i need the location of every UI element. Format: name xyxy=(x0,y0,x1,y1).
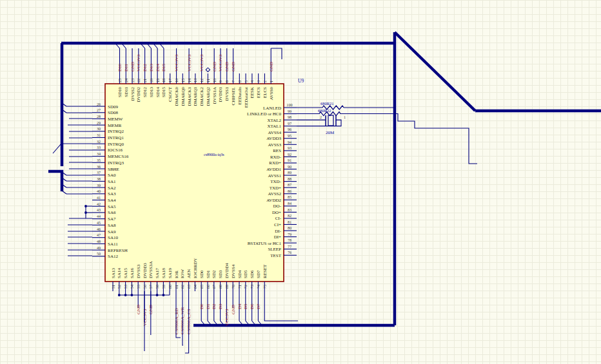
pin-name: SD2 xyxy=(212,270,217,278)
pin-number: 18 xyxy=(161,79,166,82)
pin-number: 92 xyxy=(288,152,291,157)
pin-name: DVDD1 xyxy=(218,87,223,102)
pin-number: 45 xyxy=(97,220,101,225)
pin-name: CI- xyxy=(275,216,282,221)
pin-number: 44 xyxy=(97,214,101,218)
pin-name: SD6 xyxy=(250,270,255,278)
pin-name: SA13 xyxy=(111,268,116,278)
pin-name: MEMW xyxy=(108,117,123,122)
net-label: D13 xyxy=(149,63,154,72)
pin-number: 34 xyxy=(97,151,101,156)
sa-bus xyxy=(48,171,62,191)
pin-number: 64 xyxy=(193,285,197,289)
wire xyxy=(53,144,92,153)
pin-number: 74 xyxy=(256,285,261,289)
pin-name: EEDataOut xyxy=(244,87,249,108)
junction-dot xyxy=(84,211,87,214)
net-label: D0 xyxy=(199,303,204,309)
pin-number: 60 xyxy=(168,285,172,289)
pin-number: 98 xyxy=(288,115,291,119)
pin-name: SD7 xyxy=(256,270,261,278)
net-label: D6 xyxy=(250,303,255,309)
pin-number: 84 xyxy=(288,201,291,206)
net-label: D14 xyxy=(155,63,161,72)
wire xyxy=(264,291,298,321)
pin-name: BSTATUS or HC1 xyxy=(248,241,282,246)
pin-name: SA10 xyxy=(108,235,118,240)
pin-number: 88 xyxy=(288,177,291,181)
pin-number: 80 xyxy=(288,225,291,230)
pin-number: 57 xyxy=(148,285,153,289)
crystal-pin: 1 xyxy=(344,115,346,119)
pin-name: DMARQ1 xyxy=(193,87,198,106)
pin-name: AVSS4 xyxy=(268,130,282,135)
pin-number: 52 xyxy=(117,285,121,289)
pin-name: MEMR xyxy=(108,123,122,128)
pin-number: 77 xyxy=(288,244,291,249)
pin-number: 22 xyxy=(136,79,141,82)
pin-name: DMARQ0 xyxy=(181,87,186,106)
pin-number: 70 xyxy=(231,285,235,289)
pin-number: 49 xyxy=(97,245,101,250)
pin-name: SA8 xyxy=(108,223,116,228)
pin-number: 58 xyxy=(155,285,159,289)
pin-name: SA14 xyxy=(117,268,122,278)
net-label: VCC3V3 xyxy=(224,309,230,326)
crystal-body[interactable] xyxy=(328,115,333,126)
pin-number: 69 xyxy=(224,285,229,289)
pin-number: 29 xyxy=(97,120,101,125)
pin-name: SA16 xyxy=(130,268,135,278)
pin-number: 10 xyxy=(212,79,217,82)
pin-name: AEN xyxy=(186,269,192,278)
pin-number: 63 xyxy=(186,285,191,289)
pin-number: 61 xyxy=(174,285,179,289)
net-label: GND xyxy=(212,62,217,72)
pin-number: 65 xyxy=(199,285,204,289)
pin-number: 76 xyxy=(288,250,291,254)
pin-number: 62 xyxy=(180,285,184,289)
pin-number: 93 xyxy=(288,146,291,150)
pin-name: DMACK1 xyxy=(187,87,192,106)
pin-number: 78 xyxy=(288,238,291,242)
pin-name: INTRQ3 xyxy=(108,160,124,166)
pin-name: ELCS xyxy=(262,87,268,98)
pin-name: MEMCS16 xyxy=(108,154,129,159)
net-label: VCC3V3 xyxy=(187,54,192,72)
pin-number: 14 xyxy=(187,79,192,82)
pin-number: 79 xyxy=(288,232,291,236)
pin-number: 68 xyxy=(218,285,222,289)
pin-name: DVSS1A xyxy=(212,87,217,104)
pin-number: 8 xyxy=(224,81,229,82)
pin-number: 39 xyxy=(97,183,101,187)
wire xyxy=(340,114,477,164)
pin-number: 97 xyxy=(288,121,291,126)
pin-number: 67 xyxy=(212,285,216,289)
pin-number: 6 xyxy=(237,81,242,82)
net-label: GND xyxy=(130,62,135,72)
pin-number: 89 xyxy=(288,170,291,175)
pin-number: 51 xyxy=(111,285,115,289)
pin-name: SA2 xyxy=(108,186,116,191)
pin-name: DVSS3 xyxy=(136,264,141,278)
wire xyxy=(297,120,341,126)
net-label: GND xyxy=(224,62,230,72)
pin-name: SD4 xyxy=(237,270,242,278)
pin-name: DO+ xyxy=(272,210,281,215)
pin-name: INTRQ2 xyxy=(108,129,124,134)
pin-number: 4 xyxy=(250,81,254,82)
pin-name: DI+ xyxy=(274,235,281,240)
pin-name: DVDD2 xyxy=(136,87,141,102)
net-label: D5 xyxy=(243,303,248,309)
pin-number: 99 xyxy=(288,109,291,113)
pin-number: 38 xyxy=(97,177,101,181)
pin-number: 66 xyxy=(206,285,210,289)
pin-name: SD10 xyxy=(117,87,123,97)
pin-number: 47 xyxy=(97,233,101,237)
pin-number: 41 xyxy=(97,195,101,200)
pin-name: SD09 xyxy=(108,104,118,110)
pin-name: SA4 xyxy=(108,198,116,203)
pin-number: 96 xyxy=(288,127,291,131)
pin-name: TXD+ xyxy=(270,186,281,191)
pin-number: 36 xyxy=(97,164,101,169)
net-label: VCC3V3 xyxy=(218,54,223,72)
